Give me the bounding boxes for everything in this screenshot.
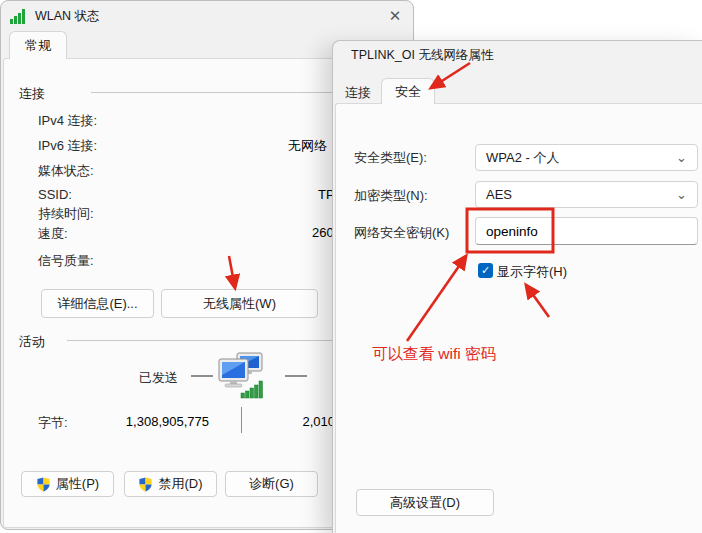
security-type-label: 安全类型(E): (354, 149, 427, 167)
bytes-sent-value: 1,308,905,775 (91, 414, 209, 429)
row-label: 速度: (38, 225, 68, 243)
uac-shield-icon (138, 477, 153, 492)
properties-button[interactable]: 属性(P) (21, 471, 114, 497)
bytes-received-value: 2,010 (251, 414, 335, 429)
row-label: IPv6 连接: (38, 137, 97, 155)
diagnose-button[interactable]: 诊断(G) (225, 471, 318, 497)
encryption-type-select[interactable]: AES ⌄ (475, 181, 698, 208)
row-label: 信号质量: (38, 252, 94, 270)
chevron-down-icon: ⌄ (676, 190, 687, 200)
sent-label: 已发送 (139, 369, 178, 387)
divider (285, 375, 307, 377)
network-key-input[interactable] (475, 217, 698, 245)
tab-general[interactable]: 常规 (9, 31, 67, 59)
row-label: SSID: (38, 187, 72, 202)
encryption-type-label: 加密类型(N): (354, 187, 428, 205)
disable-button[interactable]: 禁用(D) (124, 471, 217, 497)
chevron-down-icon: ⌄ (676, 153, 687, 163)
tab-security[interactable]: 安全 (381, 78, 435, 104)
details-button[interactable]: 详细信息(E)... (41, 289, 154, 318)
encryption-type-value: AES (486, 187, 512, 202)
check-icon: ✓ (481, 264, 490, 276)
wireless-network-properties-dialog: TPLINK_OI 无线网络属性 连接 安全 安全类型(E): WPA2 - 个… (332, 40, 702, 533)
row-label: 媒体状态: (38, 162, 94, 180)
wireless-properties-button[interactable]: 无线属性(W) (161, 289, 318, 318)
advanced-settings-button[interactable]: 高级设置(D) (356, 489, 494, 516)
group-connection-label: 连接 (19, 85, 45, 103)
divider (241, 407, 242, 433)
close-icon[interactable]: ✕ (384, 5, 406, 27)
network-computers-icon (217, 351, 265, 399)
security-type-value: WPA2 - 个人 (486, 149, 559, 167)
uac-shield-icon (36, 477, 51, 492)
group-activity-label: 活动 (19, 333, 45, 351)
row-value: 260 (312, 225, 334, 240)
tab-connection[interactable]: 连接 (338, 83, 378, 103)
divider (191, 375, 213, 377)
network-key-label: 网络安全密钥(K) (354, 224, 449, 242)
annotation-note: 可以查看 wifi 密码 (372, 344, 496, 365)
row-label: 持续时间: (38, 205, 94, 223)
security-type-select[interactable]: WPA2 - 个人 ⌄ (475, 144, 698, 171)
show-characters-checkbox[interactable]: ✓ (478, 263, 493, 278)
dialog-title: WLAN 状态 (35, 8, 100, 25)
disable-button-label: 禁用(D) (158, 475, 202, 493)
wifi-signal-icon (10, 9, 29, 24)
dialog-title: TPLINK_OI 无线网络属性 (351, 47, 493, 64)
properties-button-label: 属性(P) (56, 475, 99, 493)
bytes-label: 字节: (38, 414, 68, 432)
row-label: IPv4 连接: (38, 112, 97, 130)
show-characters-label: 显示字符(H) (497, 263, 567, 281)
row-value: 无网络 (288, 137, 327, 155)
